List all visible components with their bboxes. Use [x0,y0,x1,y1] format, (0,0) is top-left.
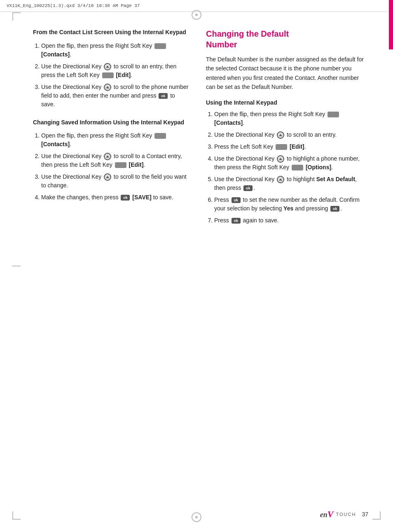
left-column: From the Contact List Screen Using the I… [33,28,189,231]
step-3: Use the Directional Key to scroll to the… [41,83,189,109]
section-changing-saved: Changing Saved Information Using the Int… [33,119,189,202]
section-internal-keypad: Using the Internal Keypad Open the flip,… [206,99,368,225]
pink-accent-bar [389,0,393,49]
contacts-label-1: [Contacts] [41,51,70,58]
set-as-default-label: Set As Default [316,176,355,182]
ok-icon-ik6a: ok [232,197,241,203]
ok-icon-ik5: ok [243,185,253,191]
directional-key-ik4 [277,155,284,163]
ik-step-7: Press ok again to save. [214,216,368,225]
edit-label-2: [Edit] [116,72,131,78]
right-column: Changing the Default Number The Default … [206,28,368,231]
step-2: Use the Directional Key to scroll to an … [41,62,189,79]
header-text: VX11K_Eng_100225(1.3).qxd 3/4/10 10:36 A… [7,3,140,8]
directional-key-icon-s2 [104,153,111,160]
ik-step-3: Press the Left Soft Key [Edit]. [214,142,368,151]
right-soft-key-ik4 [292,165,303,170]
yes-label: Yes [283,205,293,212]
saved-step-1: Open the flip, then press the Right Soft… [41,131,189,149]
right-soft-key-ik1 [328,112,339,117]
corner-mark-tl [12,12,21,21]
center-mark-top [192,10,201,20]
ok-icon-s4: ok [121,195,130,201]
right-soft-key-icon-s1 [154,133,166,139]
center-mark-bottom [192,512,201,522]
page-number: 37 [362,511,368,518]
corner-mark-bl [12,511,21,520]
ik-step-1: Open the flip, then press the Right Soft… [214,110,368,127]
section-contact-list-title: From the Contact List Screen Using the I… [33,28,189,37]
saved-step-2: Use the Directional Key to scroll to a C… [41,152,189,169]
directional-key-ik2 [277,131,284,139]
directional-key-ik5 [277,176,284,183]
footer: enV TOUCH 37 [320,509,368,520]
saved-step-3: Use the Directional Key to scroll to the… [41,173,189,190]
saved-step-4: Make the changes, then press ok [SAVE] t… [41,193,189,202]
ik-step-5: Use the Directional Key to highlight Set… [214,175,368,192]
brand-touch: TOUCH [336,512,356,517]
section-contact-list-steps: Open the flip, then press the Right Soft… [33,42,189,109]
section-changing-saved-title: Changing Saved Information Using the Int… [33,119,189,127]
left-soft-key-ik3 [276,144,287,150]
directional-key-icon-2 [104,63,111,70]
ik-step-6: Press ok to set the new number as the de… [214,196,368,213]
left-margin-mark [12,266,21,266]
left-soft-key-icon-2 [102,72,114,78]
step-1: Open the flip, then press the Right Soft… [41,42,189,59]
brand-logo: enV [320,509,334,520]
ok-icon-ik6b: ok [330,206,339,212]
main-content: From the Contact List Screen Using the I… [0,12,393,248]
section-changing-saved-steps: Open the flip, then press the Right Soft… [33,131,189,202]
internal-keypad-steps: Open the flip, then press the Right Soft… [206,110,368,225]
brand-v: V [328,509,334,519]
changing-default-number-title: Changing the Default Number [206,28,368,50]
ik-step-4: Use the Directional Key to highlight a p… [214,154,368,172]
section-contact-list: From the Contact List Screen Using the I… [33,28,189,109]
right-soft-key-icon-1 [154,43,166,49]
ik-step-2: Use the Directional Key to scroll to an … [214,131,368,139]
directional-key-icon-3 [104,84,111,91]
contacts-label-s1: [Contacts] [41,141,70,147]
contacts-label-ik1: [Contacts] [214,119,243,126]
left-soft-key-icon-s2 [115,162,126,168]
options-label-ik4: [Options] [306,164,331,170]
intro-paragraph: The Default Number is the number assigne… [206,55,368,92]
internal-keypad-subtitle: Using the Internal Keypad [206,99,368,106]
save-label-s4: [SAVE] [132,194,151,201]
brand-en: en [320,511,328,519]
edit-label-ik3: [Edit] [290,143,304,150]
corner-mark-br [372,511,381,520]
directional-key-icon-s3 [104,173,111,181]
ok-icon-3: ok [159,93,168,99]
ok-icon-ik7: ok [232,218,241,224]
edit-label-s2: [Edit] [129,161,144,168]
